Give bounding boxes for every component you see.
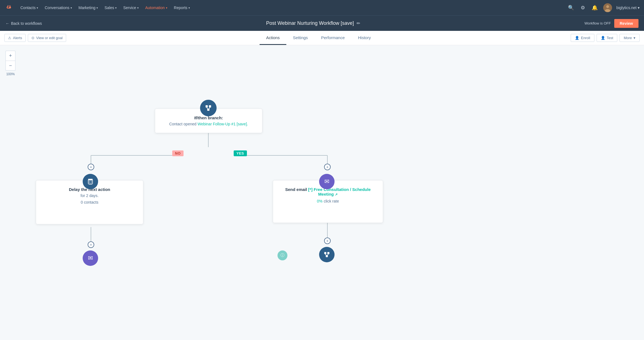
top-navigation: Contacts▾ Conversations▾ Marketing▾ Sale… (0, 0, 644, 15)
yes-branch-label: YES (234, 150, 247, 156)
bottom-branch-icon[interactable] (319, 247, 335, 262)
send-email-node-icon[interactable]: ✉ (319, 174, 335, 189)
email-link[interactable]: [*] Free Consultation / Schedule Meeting (308, 187, 371, 196)
test-icon: 👤 (601, 36, 605, 40)
delay-duration: for 2 days. (42, 193, 138, 198)
view-edit-goal-button[interactable]: ⊙ View or edit goal (28, 34, 66, 42)
notifications-icon[interactable]: 🔔 (591, 4, 599, 12)
zoom-out-button[interactable]: − (6, 61, 15, 71)
nav-conversations[interactable]: Conversations▾ (42, 4, 75, 12)
tab-history[interactable]: History (351, 31, 378, 45)
tab-settings[interactable]: Settings (286, 31, 314, 45)
test-button[interactable]: 👤 Test (597, 34, 618, 42)
edit-title-icon[interactable]: ✏ (357, 21, 360, 26)
chevron-down-icon: ▾ (634, 36, 635, 40)
settings-icon[interactable]: ⚙ (580, 4, 586, 12)
action-toolbar: ⚠ Alerts ⊙ View or edit goal Actions Set… (0, 31, 644, 45)
svg-point-0 (4, 3, 13, 12)
search-icon[interactable]: 🔍 (567, 4, 575, 12)
user-avatar[interactable] (603, 3, 612, 12)
nav-sales[interactable]: Sales▾ (102, 4, 119, 12)
email-rate: 0% click rate (279, 199, 377, 204)
workflow-title: Post Webinar Nurturing Workflow [save] ✏ (42, 20, 584, 26)
workflow-status: Workflow is OFF (584, 21, 611, 25)
enroll-icon: 👤 (575, 36, 579, 40)
external-link-icon: ↗ (335, 193, 338, 196)
svg-point-3 (606, 5, 609, 8)
svg-point-1 (9, 7, 11, 8)
alert-icon: ⚠ (8, 36, 11, 40)
zoom-level-display: 100% (6, 72, 15, 76)
nav-marketing[interactable]: Marketing▾ (76, 4, 101, 12)
nav-service[interactable]: Service▾ (120, 4, 141, 12)
back-to-workflows-button[interactable]: ← Back to workflows (6, 21, 42, 26)
enroll-button[interactable]: 👤 Enroll (571, 34, 594, 42)
nav-contacts[interactable]: Contacts▾ (18, 4, 41, 12)
svg-rect-22 (327, 252, 329, 254)
zoom-controls: + − 100% (6, 51, 15, 76)
info-icon[interactable]: ⓘ (277, 250, 287, 260)
account-selector[interactable]: biglytics.net ▾ (616, 6, 640, 10)
nav-automation[interactable]: Automation▾ (142, 4, 170, 12)
tab-performance[interactable]: Performance (314, 31, 351, 45)
goal-icon: ⊙ (31, 36, 34, 40)
svg-rect-12 (206, 105, 208, 107)
no-branch-label: NO (172, 150, 184, 156)
nav-right-section: 🔍 ⚙ 🔔 biglytics.net ▾ (567, 3, 640, 12)
alerts-button[interactable]: ⚠ Alerts (4, 34, 26, 42)
add-after-email-button[interactable]: + (324, 238, 331, 244)
hubspot-logo[interactable] (4, 3, 13, 13)
add-after-delay-button[interactable]: + (88, 241, 94, 248)
branch-desc: Contact opened (169, 122, 196, 126)
workflow-right-controls: Workflow is OFF Review (584, 19, 638, 28)
branch-node-icon[interactable] (200, 100, 217, 116)
add-before-delay-button[interactable]: + (88, 164, 94, 170)
toolbar-right-buttons: 👤 Enroll 👤 Test More ▾ (571, 34, 640, 42)
delay-node-icon[interactable] (83, 174, 98, 189)
back-arrow-icon: ← (6, 21, 9, 26)
zoom-in-button[interactable]: + (6, 51, 15, 61)
branch-link[interactable]: Webinar Follow-Up #1 [save]. (198, 122, 248, 126)
svg-rect-13 (209, 105, 211, 107)
nav-reports[interactable]: Reports▾ (171, 4, 193, 12)
review-button[interactable]: Review (614, 19, 638, 28)
more-button[interactable]: More ▾ (619, 34, 640, 42)
tab-actions[interactable]: Actions (260, 31, 286, 45)
toolbar-left-buttons: ⚠ Alerts ⊙ View or edit goal (4, 34, 66, 42)
workflow-header: ← Back to workflows Post Webinar Nurturi… (0, 15, 644, 31)
svg-rect-21 (324, 252, 326, 254)
add-before-email-button[interactable]: + (324, 164, 331, 170)
workflow-canvas: + − 100% If/then branch: Contact (0, 45, 644, 340)
bottom-email-icon[interactable]: ✉ (83, 250, 98, 266)
delay-contacts: 0 contacts (42, 200, 138, 204)
tab-bar: Actions Settings Performance History (66, 31, 571, 45)
